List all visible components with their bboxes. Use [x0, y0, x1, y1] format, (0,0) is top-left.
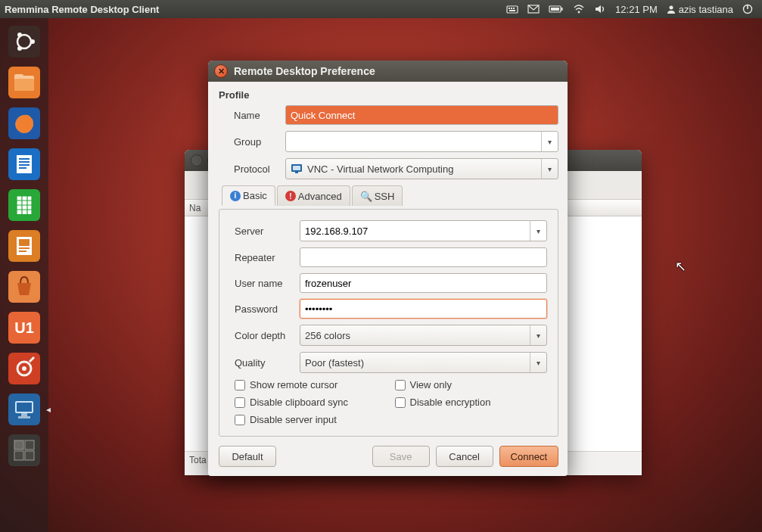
search-icon: 🔍: [360, 191, 372, 202]
svg-rect-3: [513, 8, 515, 9]
colordepth-label: Color depth: [230, 330, 300, 341]
app-title: Remmina Remote Desktop Client: [5, 4, 159, 15]
tab-basic[interactable]: i Basic: [222, 185, 275, 206]
svg-rect-47: [18, 416, 30, 418]
repeater-label: Repeater: [230, 252, 300, 263]
bg-column-name[interactable]: Na: [189, 203, 201, 213]
launcher: U1: [0, 18, 48, 532]
chevron-down-icon[interactable]: ▾: [530, 353, 546, 372]
sound-indicator-icon[interactable]: [594, 4, 606, 14]
quality-label: Quality: [230, 357, 300, 369]
mail-indicator-icon[interactable]: [527, 5, 540, 14]
chevron-down-icon[interactable]: ▾: [541, 159, 558, 179]
server-input[interactable]: [300, 222, 546, 240]
close-icon[interactable]: ✕: [214, 64, 228, 78]
svg-rect-20: [14, 74, 23, 79]
svg-rect-45: [17, 403, 32, 412]
name-input[interactable]: [285, 105, 558, 125]
user-menu[interactable]: azis tastiana: [667, 4, 733, 15]
chevron-down-icon[interactable]: ▾: [541, 132, 558, 151]
svg-rect-8: [551, 8, 559, 11]
launcher-ubuntu-one[interactable]: U1: [5, 309, 43, 347]
keyboard-indicator-icon[interactable]: [506, 4, 518, 14]
bg-close-icon[interactable]: [191, 154, 203, 166]
checkbox-disable-server-input[interactable]: [235, 415, 245, 425]
check-disable-clipboard[interactable]: Disable clipboard sync: [235, 397, 387, 408]
tabs: i Basic ! Advanced 🔍 SSH: [222, 185, 558, 205]
user-name: azis tastiana: [679, 4, 733, 15]
group-input[interactable]: [286, 132, 558, 151]
svg-rect-50: [25, 440, 34, 450]
svg-rect-51: [14, 451, 23, 460]
username-input[interactable]: [300, 273, 547, 293]
tab-advanced[interactable]: ! Advanced: [277, 185, 350, 206]
chevron-down-icon[interactable]: ▾: [530, 325, 546, 345]
name-label: Name: [219, 110, 285, 121]
svg-rect-34: [19, 239, 30, 246]
warning-icon: !: [285, 191, 296, 201]
svg-point-15: [30, 39, 35, 44]
profile-heading: Profile: [219, 89, 558, 101]
svg-rect-54: [293, 166, 300, 170]
preference-dialog: ✕ Remote Desktop Preference Profile Name…: [208, 61, 568, 476]
battery-indicator-icon[interactable]: [549, 5, 564, 14]
password-input[interactable]: [300, 299, 547, 319]
check-view-only[interactable]: View only: [395, 379, 548, 390]
save-button[interactable]: Save: [372, 446, 430, 467]
session-indicator-icon[interactable]: [742, 4, 753, 14]
checkbox-view-only[interactable]: [395, 380, 406, 390]
info-icon: i: [230, 191, 241, 201]
checkbox-disable-encryption[interactable]: [395, 397, 406, 408]
svg-text:U1: U1: [14, 319, 34, 336]
launcher-calc[interactable]: [5, 186, 43, 224]
group-combo[interactable]: ▾: [285, 131, 558, 152]
protocol-label: Protocol: [219, 163, 285, 175]
colordepth-value: 256 colors: [305, 330, 350, 341]
launcher-firefox[interactable]: [5, 104, 43, 142]
default-button[interactable]: Default: [219, 446, 276, 467]
dialog-title: Remote Desktop Preference: [234, 65, 375, 77]
launcher-software-center[interactable]: [5, 268, 43, 306]
svg-rect-4: [509, 10, 515, 11]
colordepth-combo[interactable]: 256 colors ▾: [300, 325, 547, 346]
svg-rect-0: [507, 6, 518, 13]
launcher-impress[interactable]: [5, 227, 43, 265]
chevron-down-icon[interactable]: ▾: [530, 221, 546, 241]
checkbox-show-cursor[interactable]: [235, 380, 245, 390]
quality-combo[interactable]: Poor (fastest) ▾: [300, 352, 547, 373]
svg-rect-2: [511, 8, 512, 9]
network-indicator-icon[interactable]: [573, 4, 585, 14]
cursor-icon: ↖: [675, 258, 686, 275]
svg-rect-21: [14, 79, 34, 91]
launcher-settings[interactable]: [5, 350, 43, 387]
repeater-input[interactable]: [300, 247, 547, 267]
clock[interactable]: 12:21 PM: [615, 4, 658, 15]
svg-point-17: [17, 46, 22, 51]
launcher-writer[interactable]: [5, 145, 43, 183]
svg-rect-55: [295, 172, 298, 173]
svg-point-42: [22, 366, 26, 371]
check-show-cursor[interactable]: Show remote cursor: [235, 379, 387, 390]
svg-rect-1: [509, 8, 510, 9]
check-disable-server-input[interactable]: Disable server input: [235, 414, 387, 425]
server-label: Server: [230, 226, 300, 237]
svg-rect-26: [19, 158, 30, 160]
launcher-dash[interactable]: [5, 23, 43, 61]
tab-ssh[interactable]: 🔍 SSH: [352, 185, 403, 206]
cancel-button[interactable]: Cancel: [436, 446, 493, 467]
svg-rect-27: [19, 161, 30, 163]
launcher-workspace[interactable]: [5, 431, 43, 469]
launcher-remmina[interactable]: [5, 390, 43, 428]
protocol-combo[interactable]: VNC - Virtual Network Computing ▾: [285, 158, 558, 179]
dialog-titlebar[interactable]: ✕ Remote Desktop Preference: [208, 61, 568, 82]
checkbox-disable-clipboard[interactable]: [235, 397, 245, 408]
svg-point-10: [669, 6, 673, 10]
svg-rect-7: [561, 8, 563, 11]
vnc-icon: [291, 163, 303, 175]
server-combo[interactable]: ▾: [300, 220, 547, 241]
svg-rect-29: [19, 167, 26, 169]
check-disable-encryption[interactable]: Disable encryption: [395, 397, 548, 408]
svg-rect-49: [14, 440, 23, 450]
launcher-files[interactable]: [5, 64, 43, 101]
connect-button[interactable]: Connect: [499, 446, 558, 467]
